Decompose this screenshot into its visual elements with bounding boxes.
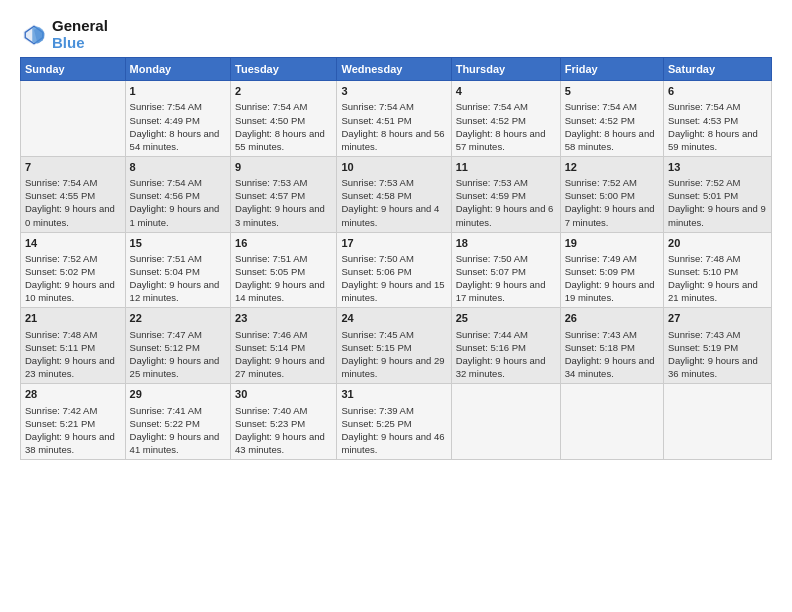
week-row-2: 7Sunrise: 7:54 AMSunset: 4:55 PMDaylight… [21,156,772,232]
day-number: 10 [341,160,446,175]
day-number: 9 [235,160,332,175]
calendar-cell: 30Sunrise: 7:40 AMSunset: 5:23 PMDayligh… [231,384,337,460]
day-number: 30 [235,387,332,402]
day-header-wednesday: Wednesday [337,58,451,81]
day-number: 21 [25,311,121,326]
header-row: SundayMondayTuesdayWednesdayThursdayFrid… [21,58,772,81]
logo: General Blue [20,18,108,51]
week-row-5: 28Sunrise: 7:42 AMSunset: 5:21 PMDayligh… [21,384,772,460]
day-number: 25 [456,311,556,326]
day-number: 24 [341,311,446,326]
cell-content: Sunrise: 7:47 AMSunset: 5:12 PMDaylight:… [130,328,226,380]
calendar-cell [664,384,772,460]
day-number: 16 [235,236,332,251]
day-header-tuesday: Tuesday [231,58,337,81]
day-number: 19 [565,236,659,251]
calendar-cell [451,384,560,460]
day-number: 31 [341,387,446,402]
day-header-sunday: Sunday [21,58,126,81]
calendar-cell: 4Sunrise: 7:54 AMSunset: 4:52 PMDaylight… [451,81,560,157]
day-number: 29 [130,387,226,402]
day-number: 6 [668,84,767,99]
cell-content: Sunrise: 7:52 AMSunset: 5:01 PMDaylight:… [668,176,767,228]
day-number: 7 [25,160,121,175]
day-number: 11 [456,160,556,175]
page: General Blue SundayMondayTuesdayWednesda… [0,0,792,612]
cell-content: Sunrise: 7:43 AMSunset: 5:18 PMDaylight:… [565,328,659,380]
cell-content: Sunrise: 7:50 AMSunset: 5:07 PMDaylight:… [456,252,556,304]
cell-content: Sunrise: 7:54 AMSunset: 4:49 PMDaylight:… [130,100,226,152]
calendar-cell: 23Sunrise: 7:46 AMSunset: 5:14 PMDayligh… [231,308,337,384]
calendar-cell: 8Sunrise: 7:54 AMSunset: 4:56 PMDaylight… [125,156,230,232]
cell-content: Sunrise: 7:52 AMSunset: 5:00 PMDaylight:… [565,176,659,228]
cell-content: Sunrise: 7:40 AMSunset: 5:23 PMDaylight:… [235,404,332,456]
cell-content: Sunrise: 7:54 AMSunset: 4:53 PMDaylight:… [668,100,767,152]
calendar-cell: 2Sunrise: 7:54 AMSunset: 4:50 PMDaylight… [231,81,337,157]
logo-text: General Blue [52,18,108,51]
day-number: 18 [456,236,556,251]
day-number: 5 [565,84,659,99]
cell-content: Sunrise: 7:54 AMSunset: 4:50 PMDaylight:… [235,100,332,152]
day-number: 14 [25,236,121,251]
day-number: 1 [130,84,226,99]
day-header-monday: Monday [125,58,230,81]
calendar-cell: 28Sunrise: 7:42 AMSunset: 5:21 PMDayligh… [21,384,126,460]
calendar-cell: 6Sunrise: 7:54 AMSunset: 4:53 PMDaylight… [664,81,772,157]
day-header-friday: Friday [560,58,663,81]
cell-content: Sunrise: 7:54 AMSunset: 4:52 PMDaylight:… [565,100,659,152]
calendar-cell: 9Sunrise: 7:53 AMSunset: 4:57 PMDaylight… [231,156,337,232]
cell-content: Sunrise: 7:45 AMSunset: 5:15 PMDaylight:… [341,328,446,380]
calendar-cell: 7Sunrise: 7:54 AMSunset: 4:55 PMDaylight… [21,156,126,232]
calendar-cell: 13Sunrise: 7:52 AMSunset: 5:01 PMDayligh… [664,156,772,232]
week-row-4: 21Sunrise: 7:48 AMSunset: 5:11 PMDayligh… [21,308,772,384]
calendar-cell: 16Sunrise: 7:51 AMSunset: 5:05 PMDayligh… [231,232,337,308]
cell-content: Sunrise: 7:52 AMSunset: 5:02 PMDaylight:… [25,252,121,304]
cell-content: Sunrise: 7:54 AMSunset: 4:52 PMDaylight:… [456,100,556,152]
calendar-cell: 17Sunrise: 7:50 AMSunset: 5:06 PMDayligh… [337,232,451,308]
cell-content: Sunrise: 7:50 AMSunset: 5:06 PMDaylight:… [341,252,446,304]
cell-content: Sunrise: 7:53 AMSunset: 4:58 PMDaylight:… [341,176,446,228]
calendar-cell: 20Sunrise: 7:48 AMSunset: 5:10 PMDayligh… [664,232,772,308]
day-number: 28 [25,387,121,402]
calendar-cell: 21Sunrise: 7:48 AMSunset: 5:11 PMDayligh… [21,308,126,384]
day-number: 2 [235,84,332,99]
day-number: 3 [341,84,446,99]
cell-content: Sunrise: 7:49 AMSunset: 5:09 PMDaylight:… [565,252,659,304]
calendar-cell: 19Sunrise: 7:49 AMSunset: 5:09 PMDayligh… [560,232,663,308]
cell-content: Sunrise: 7:54 AMSunset: 4:55 PMDaylight:… [25,176,121,228]
cell-content: Sunrise: 7:44 AMSunset: 5:16 PMDaylight:… [456,328,556,380]
cell-content: Sunrise: 7:39 AMSunset: 5:25 PMDaylight:… [341,404,446,456]
logo-icon [20,21,48,49]
calendar-cell: 10Sunrise: 7:53 AMSunset: 4:58 PMDayligh… [337,156,451,232]
cell-content: Sunrise: 7:48 AMSunset: 5:10 PMDaylight:… [668,252,767,304]
cell-content: Sunrise: 7:53 AMSunset: 4:57 PMDaylight:… [235,176,332,228]
calendar-cell: 24Sunrise: 7:45 AMSunset: 5:15 PMDayligh… [337,308,451,384]
day-number: 20 [668,236,767,251]
calendar-cell: 1Sunrise: 7:54 AMSunset: 4:49 PMDaylight… [125,81,230,157]
cell-content: Sunrise: 7:42 AMSunset: 5:21 PMDaylight:… [25,404,121,456]
week-row-1: 1Sunrise: 7:54 AMSunset: 4:49 PMDaylight… [21,81,772,157]
calendar-cell: 22Sunrise: 7:47 AMSunset: 5:12 PMDayligh… [125,308,230,384]
calendar-cell: 15Sunrise: 7:51 AMSunset: 5:04 PMDayligh… [125,232,230,308]
calendar-cell: 11Sunrise: 7:53 AMSunset: 4:59 PMDayligh… [451,156,560,232]
day-number: 12 [565,160,659,175]
calendar-cell [21,81,126,157]
calendar-cell: 25Sunrise: 7:44 AMSunset: 5:16 PMDayligh… [451,308,560,384]
cell-content: Sunrise: 7:53 AMSunset: 4:59 PMDaylight:… [456,176,556,228]
day-number: 23 [235,311,332,326]
day-number: 17 [341,236,446,251]
cell-content: Sunrise: 7:41 AMSunset: 5:22 PMDaylight:… [130,404,226,456]
cell-content: Sunrise: 7:51 AMSunset: 5:05 PMDaylight:… [235,252,332,304]
day-header-saturday: Saturday [664,58,772,81]
calendar-cell: 31Sunrise: 7:39 AMSunset: 5:25 PMDayligh… [337,384,451,460]
calendar-cell: 3Sunrise: 7:54 AMSunset: 4:51 PMDaylight… [337,81,451,157]
day-header-thursday: Thursday [451,58,560,81]
cell-content: Sunrise: 7:48 AMSunset: 5:11 PMDaylight:… [25,328,121,380]
calendar-table: SundayMondayTuesdayWednesdayThursdayFrid… [20,57,772,460]
cell-content: Sunrise: 7:43 AMSunset: 5:19 PMDaylight:… [668,328,767,380]
calendar-cell [560,384,663,460]
cell-content: Sunrise: 7:54 AMSunset: 4:51 PMDaylight:… [341,100,446,152]
day-number: 8 [130,160,226,175]
day-number: 15 [130,236,226,251]
calendar-cell: 18Sunrise: 7:50 AMSunset: 5:07 PMDayligh… [451,232,560,308]
